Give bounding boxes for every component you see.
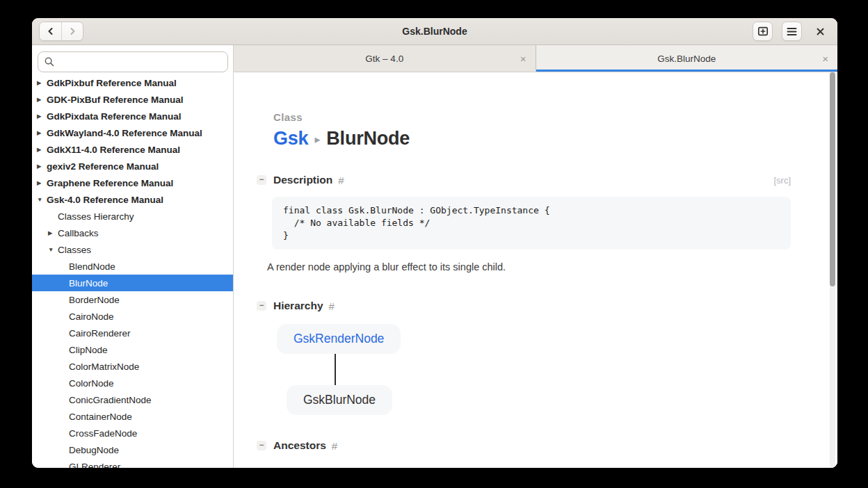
sidebar-item-classes-hierarchy[interactable]: Classes Hierarchy <box>32 208 233 225</box>
sidebar-item-gdkx11-4-0-reference-manual[interactable]: ▶GdkX11-4.0 Reference Manual <box>32 141 233 158</box>
expander-collapsed-icon[interactable]: ▶ <box>37 141 47 158</box>
expander-expanded-icon[interactable]: ▼ <box>37 191 47 208</box>
sidebar-item-blendnode[interactable]: BlendNode <box>32 258 233 275</box>
src-link[interactable]: [src] <box>773 175 791 186</box>
page-title: Gsk ▸ BlurNode <box>273 128 791 149</box>
sidebar-item-label: GdkPixdata Reference Manual <box>47 111 182 122</box>
sidebar-item-gdkpixbuf-reference-manual[interactable]: ▶GdkPixbuf Reference Manual <box>32 74 233 91</box>
collapse-toggle-icon[interactable]: − <box>257 441 266 450</box>
sidebar-item-bordernode[interactable]: BorderNode <box>32 291 233 308</box>
tab-label: Gsk.BlurNode <box>657 54 716 64</box>
headerbar-actions <box>753 22 829 41</box>
tab-close-icon[interactable]: × <box>822 54 828 64</box>
sidebar-item-label: GLRenderer <box>69 462 120 469</box>
sidebar-item-label: gexiv2 Reference Manual <box>47 161 159 172</box>
new-tab-icon <box>757 26 769 37</box>
sidebar-item-colornode[interactable]: ColorNode <box>32 375 233 391</box>
class-declaration-code: final class Gsk.BlurNode : GObject.TypeI… <box>272 197 791 250</box>
section-header-ancestors: − Ancestors # <box>257 439 791 452</box>
tab-close-icon[interactable]: × <box>520 54 527 64</box>
anchor-link[interactable]: # <box>329 300 335 312</box>
sidebar: ▶GdkPixbuf Reference Manual▶GDK-PixBuf R… <box>32 45 234 468</box>
sidebar-item-label: BlendNode <box>69 261 115 272</box>
breadcrumb-arrow-icon: ▸ <box>314 133 320 146</box>
sidebar-item-blurnode[interactable]: BlurNode <box>32 275 233 291</box>
close-x-icon <box>816 27 825 36</box>
sidebar-item-crossfadenode[interactable]: CrossFadeNode <box>32 425 233 441</box>
sidebar-item-gsk-4-0-reference-manual[interactable]: ▼Gsk-4.0 Reference Manual <box>32 191 233 208</box>
forward-button[interactable] <box>61 22 83 40</box>
window-body: ▶GdkPixbuf Reference Manual▶GDK-PixBuf R… <box>32 45 837 468</box>
hierarchy-node-child: GskBlurNode <box>287 385 392 415</box>
expander-collapsed-icon[interactable]: ▶ <box>48 225 58 241</box>
sidebar-item-callbacks[interactable]: ▶Callbacks <box>32 225 233 241</box>
sidebar-item-label: GdkX11-4.0 Reference Manual <box>47 145 180 155</box>
sidebar-item-label: BorderNode <box>69 295 120 305</box>
sidebar-item-gexiv2-reference-manual[interactable]: ▶gexiv2 Reference Manual <box>32 158 233 174</box>
hierarchy-node-parent[interactable]: GskRenderNode <box>277 324 401 354</box>
anchor-link[interactable]: # <box>338 174 344 186</box>
section-header-description: − Description # [src] <box>257 174 791 186</box>
sidebar-item-label: Gsk-4.0 Reference Manual <box>47 195 163 205</box>
sidebar-item-graphene-reference-manual[interactable]: ▶Graphene Reference Manual <box>32 174 233 191</box>
sidebar-item-cairorenderer[interactable]: CairoRenderer <box>32 325 233 341</box>
expander-collapsed-icon[interactable]: ▶ <box>37 91 47 108</box>
sidebar-item-containernode[interactable]: ContainerNode <box>32 408 233 425</box>
sidebar-item-classes[interactable]: ▼Classes <box>32 241 233 258</box>
sidebar-item-label: ColorNode <box>69 378 114 389</box>
hierarchy-diagram: GskRenderNode GskBlurNode <box>257 324 791 415</box>
close-window-button[interactable] <box>811 22 829 41</box>
sidebar-item-label: GDK-PixBuf Reference Manual <box>47 95 184 105</box>
sidebar-item-label: GdkPixbuf Reference Manual <box>47 78 177 88</box>
sidebar-item-colormatrixnode[interactable]: ColorMatrixNode <box>32 358 233 375</box>
chevron-left-icon <box>47 27 55 35</box>
history-nav-group <box>39 22 83 41</box>
sidebar-item-gdkpixdata-reference-manual[interactable]: ▶GdkPixdata Reference Manual <box>32 108 233 124</box>
sidebar-item-label: Classes Hierarchy <box>58 211 134 222</box>
collapse-toggle-icon[interactable]: − <box>257 301 266 311</box>
chevron-right-icon <box>68 27 77 35</box>
sidebar-item-label: ColorMatrixNode <box>69 361 139 372</box>
search-input[interactable] <box>38 51 228 72</box>
sidebar-item-label: ContainerNode <box>69 412 132 422</box>
section-label: Ancestors <box>273 439 326 452</box>
class-summary: A render node applying a blur effect to … <box>267 261 791 273</box>
expander-collapsed-icon[interactable]: ▶ <box>37 174 47 191</box>
tab-gsk-blurnode[interactable]: Gsk.BlurNode× <box>536 45 838 72</box>
search-area <box>32 45 233 74</box>
sidebar-item-conicgradientnode[interactable]: ConicGradientNode <box>32 391 233 408</box>
sidebar-item-gdkwayland-4-0-reference-manual[interactable]: ▶GdkWayland-4.0 Reference Manual <box>32 124 233 141</box>
headerbar: Gsk.BlurNode <box>32 18 837 45</box>
sidebar-item-debugnode[interactable]: DebugNode <box>32 441 233 458</box>
tab-gtk-4-0[interactable]: Gtk – 4.0× <box>234 45 536 72</box>
expander-collapsed-icon[interactable]: ▶ <box>37 124 47 141</box>
sidebar-item-label: BlurNode <box>69 278 108 288</box>
expander-expanded-icon[interactable]: ▼ <box>48 241 58 258</box>
sidebar-item-label: Callbacks <box>58 228 99 238</box>
expander-collapsed-icon[interactable]: ▶ <box>37 158 47 174</box>
sidebar-item-clipnode[interactable]: ClipNode <box>32 341 233 358</box>
search-icon <box>44 56 55 67</box>
back-button[interactable] <box>40 22 61 40</box>
collapse-toggle-icon[interactable]: − <box>257 175 266 185</box>
menu-button[interactable] <box>782 22 802 41</box>
sidebar-item-label: GdkWayland-4.0 Reference Manual <box>47 128 202 138</box>
class-kicker: Class <box>273 111 791 123</box>
anchor-link[interactable]: # <box>332 440 337 452</box>
expander-collapsed-icon[interactable]: ▶ <box>37 108 47 124</box>
sidebar-item-label: Graphene Reference Manual <box>47 178 173 188</box>
sidebar-item-gdk-pixbuf-reference-manual[interactable]: ▶GDK-PixBuf Reference Manual <box>32 91 233 108</box>
window-title: Gsk.BlurNode <box>32 18 837 45</box>
sidebar-item-label: CairoRenderer <box>69 328 131 339</box>
scrollbar-thumb[interactable] <box>830 72 835 286</box>
new-tab-button[interactable] <box>753 22 773 41</box>
sidebar-item-glrenderer[interactable]: GLRenderer <box>32 458 233 468</box>
sidebar-item-label: CrossFadeNode <box>69 428 137 439</box>
expander-collapsed-icon[interactable]: ▶ <box>37 74 47 91</box>
section-label: Description <box>273 174 332 186</box>
hierarchy-connector-line <box>335 354 336 385</box>
sidebar-item-caironode[interactable]: CairoNode <box>32 308 233 325</box>
namespace-link[interactable]: Gsk <box>273 128 308 149</box>
doc-page: Class Gsk ▸ BlurNode − Description # [sr… <box>234 72 837 468</box>
hamburger-menu-icon <box>787 27 797 36</box>
